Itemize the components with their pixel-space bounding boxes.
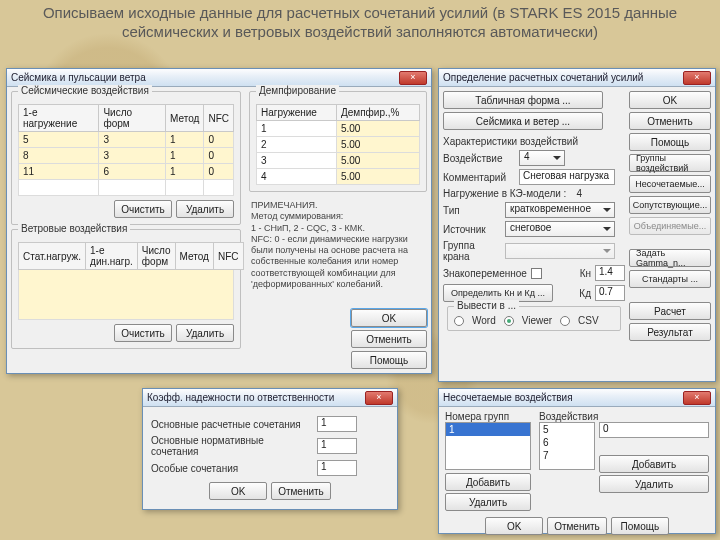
- seismic-table[interactable]: 1-е нагружениеЧисло формМетодNFC 5310 83…: [18, 104, 234, 196]
- close-icon[interactable]: ×: [683, 391, 711, 405]
- fieldset-wind: Ветровые воздействия Стат.нагруж.1-е дин…: [11, 229, 241, 349]
- standards-button[interactable]: Стандарты ...: [629, 270, 711, 288]
- label: Группа крана: [443, 240, 499, 262]
- title-text: Определение расчетных сочетаний усилий: [443, 72, 683, 83]
- clear-button[interactable]: Очистить: [114, 324, 172, 342]
- ok-button[interactable]: OK: [485, 517, 543, 535]
- label: Основные расчетные сочетания: [151, 419, 311, 430]
- table-form-button[interactable]: Табличная форма ...: [443, 91, 603, 109]
- ok-button[interactable]: OK: [209, 482, 267, 500]
- cancel-button[interactable]: Отменить: [547, 517, 607, 535]
- table-row: 8310: [19, 148, 234, 164]
- label: Воздействие: [443, 153, 513, 164]
- combo-vozd[interactable]: 4: [519, 150, 565, 166]
- table-row: [19, 180, 234, 196]
- list-item: 1: [446, 423, 530, 436]
- close-icon[interactable]: ×: [683, 71, 711, 85]
- label: Основные нормативные сочетания: [151, 435, 311, 457]
- close-icon[interactable]: ×: [365, 391, 393, 405]
- list-item: 7: [540, 449, 594, 462]
- value: 4: [576, 188, 582, 199]
- titlebar[interactable]: Определение расчетных сочетаний усилий ×: [439, 69, 715, 87]
- delete-button[interactable]: Удалить: [176, 324, 234, 342]
- wind-table[interactable]: Стат.нагруж.1-е дин.нагр.Число формМетод…: [18, 242, 244, 270]
- title-text: Несочетаемые воздействия: [443, 392, 683, 403]
- ok-button[interactable]: OK: [351, 309, 427, 327]
- input-kd[interactable]: 0.7: [595, 285, 625, 301]
- clear-button[interactable]: Очистить: [114, 200, 172, 218]
- damping-table[interactable]: НагружениеДемпфир.,% 15.00 25.00 35.00 4…: [256, 104, 420, 185]
- titlebar[interactable]: Несочетаемые воздействия ×: [439, 389, 715, 407]
- combo-type[interactable]: кратковременное: [505, 202, 615, 218]
- combo-source[interactable]: снеговое: [505, 221, 615, 237]
- input-kn[interactable]: 1.4: [595, 265, 625, 281]
- input-comment[interactable]: Снеговая нагрузка: [519, 169, 615, 185]
- groups-button[interactable]: Группы воздействий: [629, 154, 711, 172]
- legend: Ветровые воздействия: [18, 223, 130, 234]
- accompanying-button[interactable]: Сопутствующие...: [629, 196, 711, 214]
- label: Нагружение в КЭ-модели :: [443, 188, 566, 199]
- window-incompatible: Несочетаемые воздействия × Номера групп …: [438, 388, 716, 534]
- label: Кд: [579, 288, 591, 299]
- label: Комментарий: [443, 172, 513, 183]
- notes-text: ПРИМЕЧАНИЯ. Метод суммирования: 1 - СНиП…: [245, 196, 431, 294]
- titlebar[interactable]: Коэфф. надежности по ответственности ×: [143, 389, 397, 407]
- seismic-wind-button[interactable]: Сейсмика и ветер ...: [443, 112, 603, 130]
- radio-csv[interactable]: [560, 316, 570, 326]
- table-row: 45.00: [257, 169, 420, 185]
- label: Воздействия: [539, 411, 709, 422]
- legend: Демпфирование: [256, 85, 339, 96]
- help-button[interactable]: Помощь: [351, 351, 427, 369]
- input-new-vozd[interactable]: 0: [599, 422, 709, 438]
- window-coeff: Коэфф. надежности по ответственности × О…: [142, 388, 398, 510]
- title-text: Коэфф. надежности по ответственности: [147, 392, 365, 403]
- delete-group-button[interactable]: Удалить: [445, 493, 531, 511]
- add-group-button[interactable]: Добавить: [445, 473, 531, 491]
- input-main-norm[interactable]: 1: [317, 438, 357, 454]
- close-icon[interactable]: ×: [399, 71, 427, 85]
- cancel-button[interactable]: Отменить: [629, 112, 711, 130]
- fieldset-seismic: Сейсмические воздействия 1-е нагружениеЧ…: [11, 91, 241, 225]
- calc-button[interactable]: Расчет: [629, 302, 711, 320]
- label: Особые сочетания: [151, 463, 311, 474]
- checkbox-sign[interactable]: [531, 268, 542, 279]
- cancel-button[interactable]: Отменить: [271, 482, 331, 500]
- label: Источник: [443, 224, 499, 235]
- window-rsu: Определение расчетных сочетаний усилий ×…: [438, 68, 716, 382]
- groups-list[interactable]: 1: [445, 422, 531, 470]
- unified-button: Объединяемые...: [629, 217, 711, 235]
- page-title: Описываем исходные данные для расчетных …: [0, 4, 720, 42]
- table-row: 5310: [19, 132, 234, 148]
- label: Тип: [443, 205, 499, 216]
- ok-button[interactable]: OK: [629, 91, 711, 109]
- table-row: 35.00: [257, 153, 420, 169]
- window-seismic: Сейсмика и пульсации ветра × Сейсмически…: [6, 68, 432, 374]
- label: Кн: [580, 268, 591, 279]
- table-row: 15.00: [257, 121, 420, 137]
- label: Знакопеременное: [443, 268, 527, 279]
- delete-vozd-button[interactable]: Удалить: [599, 475, 709, 493]
- vozd-list[interactable]: 5 6 7: [539, 422, 595, 470]
- input-special[interactable]: 1: [317, 460, 357, 476]
- label: Номера групп: [445, 411, 531, 422]
- delete-button[interactable]: Удалить: [176, 200, 234, 218]
- list-item: 5: [540, 423, 594, 436]
- input-main-calc[interactable]: 1: [317, 416, 357, 432]
- radio-viewer[interactable]: [504, 316, 514, 326]
- fieldset-damping: Демпфирование НагружениеДемпфир.,% 15.00…: [249, 91, 427, 192]
- legend: Сейсмические воздействия: [18, 85, 152, 96]
- result-button[interactable]: Результат: [629, 323, 711, 341]
- table-row: 11610: [19, 164, 234, 180]
- radio-word[interactable]: [454, 316, 464, 326]
- title-text: Сейсмика и пульсации ветра: [11, 72, 399, 83]
- add-vozd-button[interactable]: Добавить: [599, 455, 709, 473]
- label: Характеристики воздействий: [443, 136, 625, 147]
- help-button[interactable]: Помощь: [629, 133, 711, 151]
- incompatible-button[interactable]: Несочетаемые...: [629, 175, 711, 193]
- gamma-button[interactable]: Задать Gamma_n...: [629, 249, 711, 267]
- table-row: 25.00: [257, 137, 420, 153]
- help-button[interactable]: Помощь: [611, 517, 669, 535]
- list-item: 6: [540, 436, 594, 449]
- cancel-button[interactable]: Отменить: [351, 330, 427, 348]
- combo-crane: [505, 243, 615, 259]
